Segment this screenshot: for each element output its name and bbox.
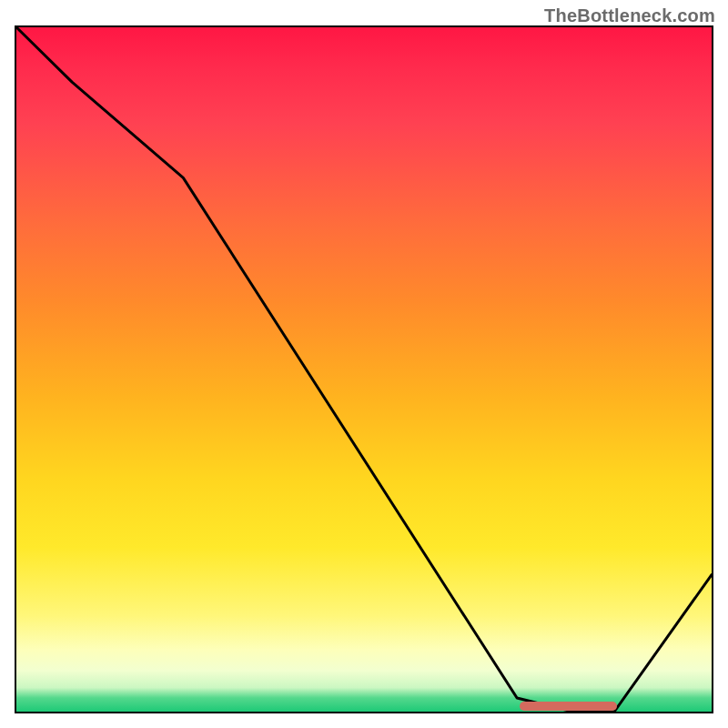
optimal-region-marker [520,702,618,711]
plot-area [15,25,713,713]
watermark-text: TheBottleneck.com [544,5,715,26]
bottleneck-curve-svg [16,27,712,712]
bottleneck-curve-path [16,27,712,712]
chart-container: TheBottleneck.com [0,0,728,728]
